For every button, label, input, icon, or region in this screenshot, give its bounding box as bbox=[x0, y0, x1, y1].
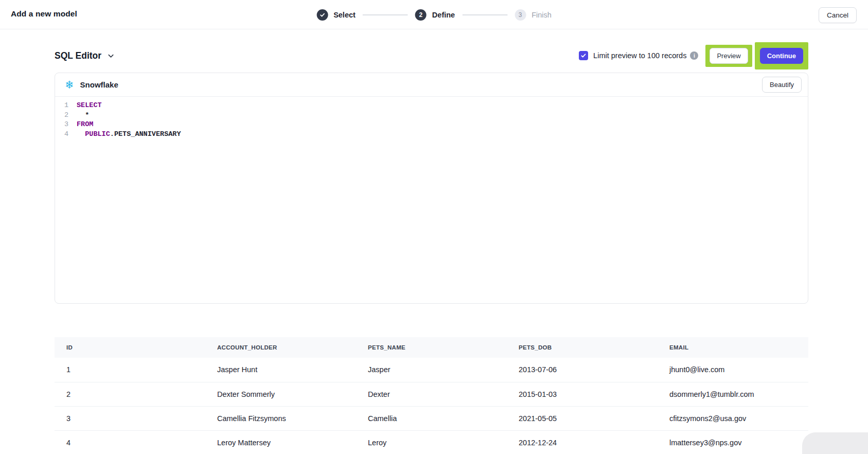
step-connector bbox=[462, 14, 507, 15]
continue-button[interactable]: Continue bbox=[760, 48, 803, 64]
table-cell: 2012-12-24 bbox=[507, 430, 658, 454]
code-segment: .PETS_ANNIVERSARY bbox=[110, 130, 181, 139]
page-title: Add a new model bbox=[11, 9, 77, 19]
beautify-button[interactable]: Beautify bbox=[762, 77, 802, 93]
code-segment: * bbox=[77, 111, 89, 120]
line-number: 1 bbox=[55, 101, 68, 111]
toolbar-actions: Limit preview to 100 records i Preview C… bbox=[579, 42, 808, 69]
code-segment: FROM bbox=[77, 120, 93, 130]
code-line[interactable]: 1SELECT bbox=[55, 101, 808, 111]
highlight-box-continue: Continue bbox=[755, 42, 808, 69]
results-table: IDACCOUNT_HOLDERPETS_NAMEPETS_DOBEMAIL 1… bbox=[55, 337, 808, 454]
table-cell: 2 bbox=[55, 382, 205, 406]
table-cell: Camellia bbox=[356, 406, 507, 430]
preview-button[interactable]: Preview bbox=[710, 48, 748, 64]
column-header: ID bbox=[55, 337, 205, 358]
table-row[interactable]: 1Jasper HuntJasper2013-07-06jhunt0@live.… bbox=[55, 358, 808, 382]
code-lines: 1SELECT2 *3FROM4 PUBLIC.PETS_ANNIVERSARY bbox=[55, 101, 808, 139]
table-row[interactable]: 4Leroy MatterseyLeroy2012-12-24lmatterse… bbox=[55, 430, 808, 454]
table-cell: Jasper Hunt bbox=[205, 358, 356, 382]
table-cell: 2013-07-06 bbox=[507, 358, 658, 382]
column-header: EMAIL bbox=[658, 337, 808, 358]
info-icon[interactable]: i bbox=[690, 51, 698, 60]
table-cell: Leroy Mattersey bbox=[205, 430, 356, 454]
table-cell: jhunt0@live.com bbox=[658, 358, 808, 382]
table-cell: 4 bbox=[55, 430, 205, 454]
snowflake-icon: ❄ bbox=[65, 79, 74, 90]
table-cell: lmattersey3@nps.gov bbox=[658, 430, 808, 454]
table-row[interactable]: 2Dexter SommerlyDexter2015-01-03dsommerl… bbox=[55, 382, 808, 406]
table-cell: cfitzsymons2@usa.gov bbox=[658, 406, 808, 430]
corner-widget bbox=[802, 432, 868, 454]
column-header: PETS_NAME bbox=[356, 337, 507, 358]
sql-editor-dropdown[interactable]: SQL Editor bbox=[55, 50, 115, 61]
sql-editor-title: SQL Editor bbox=[55, 50, 101, 61]
table-cell: Dexter Sommerly bbox=[205, 382, 356, 406]
limit-preview-checkbox[interactable] bbox=[579, 51, 588, 60]
sql-toolbar: SQL Editor Limit preview to 100 records … bbox=[55, 43, 808, 68]
table-row[interactable]: 3Camellia FitzsymonsCamellia2021-05-05cf… bbox=[55, 406, 808, 430]
line-number: 2 bbox=[55, 111, 68, 120]
results-header-row: IDACCOUNT_HOLDERPETS_NAMEPETS_DOBEMAIL bbox=[55, 337, 808, 358]
step-finish: 3 Finish bbox=[515, 9, 552, 21]
step-select[interactable]: Select bbox=[316, 9, 356, 21]
table-cell: 1 bbox=[55, 358, 205, 382]
step-define[interactable]: 2 Define bbox=[415, 9, 455, 21]
code-segment bbox=[77, 130, 85, 139]
top-bar: Add a new model Select 2 Define 3 Finish… bbox=[0, 0, 868, 29]
results-preview: IDACCOUNT_HOLDERPETS_NAMEPETS_DOBEMAIL 1… bbox=[55, 337, 808, 454]
limit-preview-label[interactable]: Limit preview to 100 records bbox=[593, 51, 686, 60]
code-line[interactable]: 3FROM bbox=[55, 120, 808, 130]
line-number: 3 bbox=[55, 120, 68, 130]
chevron-down-icon bbox=[107, 52, 115, 60]
step-connector bbox=[363, 14, 408, 15]
editor-header: ❄ Snowflake Beautify bbox=[55, 73, 808, 97]
table-cell: Camellia Fitzsymons bbox=[205, 406, 356, 430]
stepper: Select 2 Define 3 Finish bbox=[316, 0, 552, 29]
step-finish-label: Finish bbox=[532, 11, 552, 19]
source-name: Snowflake bbox=[80, 80, 118, 89]
table-cell: Dexter bbox=[356, 382, 507, 406]
sql-editor-card: ❄ Snowflake Beautify 1SELECT2 *3FROM4 PU… bbox=[55, 73, 808, 304]
code-line[interactable]: 2 * bbox=[55, 111, 808, 120]
step-define-label: Define bbox=[432, 11, 455, 19]
table-cell: 2015-01-03 bbox=[507, 382, 658, 406]
column-header: PETS_DOB bbox=[507, 337, 658, 358]
code-segment: SELECT bbox=[77, 101, 102, 111]
column-header: ACCOUNT_HOLDER bbox=[205, 337, 356, 358]
step-finish-number: 3 bbox=[515, 9, 526, 21]
table-cell: dsommerly1@tumblr.com bbox=[658, 382, 808, 406]
table-cell: 3 bbox=[55, 406, 205, 430]
step-select-check-icon bbox=[316, 9, 328, 21]
highlight-box-preview: Preview bbox=[705, 45, 752, 67]
step-select-label: Select bbox=[333, 11, 356, 19]
cancel-button[interactable]: Cancel bbox=[819, 7, 857, 23]
line-number: 4 bbox=[55, 130, 68, 139]
code-editor[interactable]: 1SELECT2 *3FROM4 PUBLIC.PETS_ANNIVERSARY bbox=[55, 97, 808, 143]
code-line[interactable]: 4 PUBLIC.PETS_ANNIVERSARY bbox=[55, 130, 808, 139]
table-cell: Leroy bbox=[356, 430, 507, 454]
table-cell: Jasper bbox=[356, 358, 507, 382]
step-define-number: 2 bbox=[415, 9, 427, 21]
table-cell: 2021-05-05 bbox=[507, 406, 658, 430]
code-segment: PUBLIC bbox=[85, 130, 110, 139]
